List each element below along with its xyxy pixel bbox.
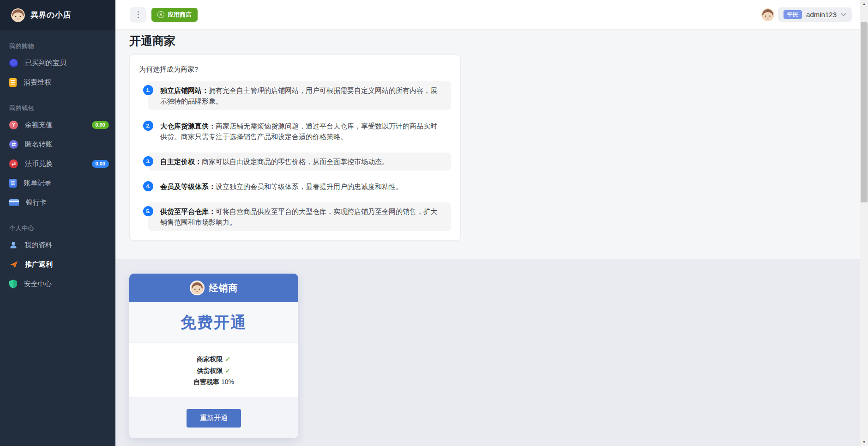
- benefit-title: 自主定价权：: [160, 158, 202, 165]
- shop-avatar: [11, 8, 25, 22]
- benefit-title: 大仓库货源直供：: [160, 122, 216, 130]
- plan-footer: 重新开通: [129, 397, 298, 438]
- plan-title: 经销商: [209, 282, 238, 294]
- benefit-title: 独立店铺网站：: [160, 86, 209, 94]
- sidebar-item-bank-card[interactable]: 银行卡: [0, 193, 115, 212]
- section-label: 个人中心: [0, 224, 115, 235]
- number-badge: 2.: [143, 121, 153, 131]
- sidebar-item-security-center[interactable]: 安全中心: [0, 274, 115, 293]
- fiat-exchange-icon: ⇄: [9, 159, 18, 168]
- plan-section: 经销商 免费开通 商家权限✓ 供货权限✓ 自营税率 10% 重新开通: [115, 259, 860, 446]
- benefit-item-4: 4. 会员及等级体系：设立独立的会员和等级体系，显著提升用户的忠诚度和粘性。: [148, 177, 451, 196]
- sidebar-item-purchased-goods[interactable]: 已买到的宝贝: [0, 53, 115, 73]
- reactivate-button[interactable]: 重新开通: [187, 409, 241, 428]
- shop-title: 異界の小店: [30, 10, 71, 20]
- section-label: 我的购物: [0, 42, 115, 53]
- nav-item-label: 匿名转账: [25, 140, 53, 149]
- kebab-menu-icon: ⋮: [134, 10, 142, 19]
- vertical-scrollbar[interactable]: ▲ ▼: [860, 0, 868, 446]
- sidebar-item-consumer-rights[interactable]: 消费维权: [0, 73, 115, 92]
- role-badge: 平民: [784, 10, 802, 19]
- benefit-desc: 设立独立的会员和等级体系，显著提升用户的忠诚度和粘性。: [216, 183, 403, 190]
- bank-card-icon: [9, 199, 19, 206]
- username: admin123: [806, 11, 837, 18]
- nav-item-label: 法币兑换: [25, 159, 53, 168]
- benefit-title: 供货至平台仓库：: [160, 208, 216, 215]
- dealer-plan-card: 经销商 免费开通 商家权限✓ 供货权限✓ 自营税率 10% 重新开通: [129, 274, 298, 438]
- tax-rate-value: 10%: [221, 378, 234, 385]
- feature-tax-rate: 自营税率 10%: [129, 378, 298, 386]
- nav-item-label: 余额充值: [25, 121, 53, 129]
- benefit-desc: 商家可以自由设定商品的零售价格，从而全面掌控市场动态。: [202, 158, 389, 165]
- dealer-avatar: [190, 281, 205, 295]
- nav-item-label: 账单记录: [24, 179, 51, 188]
- rights-doc-icon: [9, 78, 17, 87]
- kebab-menu-button[interactable]: ⋮: [130, 7, 146, 23]
- plan-header: 经销商: [129, 274, 298, 302]
- scrollbar-thumb[interactable]: [861, 22, 868, 202]
- transfer-icon: ⇄: [9, 140, 18, 149]
- number-badge: 5.: [143, 206, 153, 216]
- sidebar-item-promotion-rebate[interactable]: 推广返利: [0, 255, 115, 274]
- sidebar-item-balance-recharge[interactable]: ¥ 余额充值 0.00: [0, 115, 115, 134]
- fiat-badge: 0.00: [92, 160, 109, 168]
- nav-item-label: 已买到的宝贝: [25, 59, 66, 67]
- sidebar-section-wallet: 我的钱包 ¥ 余额充值 0.00 ⇄ 匿名转账 ⇄ 法币兑换 0.00 账单记录: [0, 92, 115, 212]
- user-avatar: [761, 8, 774, 21]
- section-label: 我的钱包: [0, 104, 115, 115]
- sidebar-section-shopping: 我的购物 已买到的宝贝 消费维权: [0, 30, 115, 92]
- promo-plane-icon: [9, 260, 18, 269]
- sidebar-logo[interactable]: 異界の小店: [0, 0, 115, 30]
- plan-features: 商家权限✓ 供货权限✓ 自营税率 10%: [129, 343, 298, 397]
- number-badge: 3.: [143, 156, 153, 166]
- recharge-coin-icon: ¥: [9, 121, 18, 129]
- chevron-down-icon: [841, 13, 846, 16]
- nav-item-label: 推广返利: [25, 260, 53, 269]
- benefit-item-2: 2. 大仓库货源直供：商家店铺无需烦恼货源问题，通过平台大仓库，享受数以万计的商…: [148, 117, 451, 146]
- treasure-face-icon: [9, 59, 18, 67]
- balance-badge: 0.00: [92, 121, 109, 129]
- top-header: ⋮ A 应用商店 平民 admin123: [115, 0, 860, 30]
- nav-item-label: 安全中心: [24, 280, 52, 288]
- sidebar-section-personal: 个人中心 我的资料 推广返利 安全中心: [0, 212, 115, 293]
- nav-item-label: 我的资料: [24, 241, 52, 250]
- scroll-down-arrow[interactable]: ▼: [860, 438, 868, 446]
- merchant-intro-section: 开通商家 为何选择成为商家? 1. 独立店铺网站：拥有完全自主管理的店铺网站，用…: [115, 30, 860, 259]
- scroll-up-arrow[interactable]: ▲: [860, 0, 868, 8]
- app-window: 異界の小店 我的购物 已买到的宝贝 消费维权 我的钱包 ¥ 余额充值 0.00 …: [0, 0, 868, 446]
- number-badge: 1.: [143, 85, 153, 95]
- nav-item-label: 消费维权: [24, 78, 51, 87]
- check-icon: ✓: [225, 355, 231, 363]
- nav-item-label: 银行卡: [26, 198, 47, 207]
- user-menu[interactable]: 平民 admin123: [761, 7, 852, 22]
- app-store-label: 应用商店: [168, 11, 192, 19]
- benefit-title: 会员及等级体系：: [160, 183, 216, 190]
- sidebar: 異界の小店 我的购物 已买到的宝贝 消费维权 我的钱包 ¥ 余额充值 0.00 …: [0, 0, 115, 446]
- app-store-icon: A: [157, 11, 164, 18]
- sidebar-item-my-profile[interactable]: 我的资料: [0, 235, 115, 255]
- benefit-item-5: 5. 供货至平台仓库：可将自营商品供应至平台的大型仓库，实现跨店铺乃至全网的销售…: [148, 202, 451, 231]
- page-title: 开通商家: [129, 34, 860, 47]
- app-store-button[interactable]: A 应用商店: [151, 8, 198, 22]
- plan-price: 免费开通: [129, 302, 298, 343]
- number-badge: 4.: [143, 181, 153, 191]
- user-pill: 平民 admin123: [778, 7, 852, 22]
- check-icon: ✓: [225, 367, 231, 374]
- feature-merchant-permission: 商家权限✓: [129, 355, 298, 364]
- benefit-item-3: 3. 自主定价权：商家可以自由设定商品的零售价格，从而全面掌控市场动态。: [148, 153, 451, 171]
- profile-person-icon: [9, 241, 18, 249]
- main-area: ⋮ A 应用商店 平民 admin123 开通商家 为何选择成为商家?: [115, 0, 860, 446]
- security-shield-icon: [9, 280, 17, 288]
- sidebar-item-fiat-exchange[interactable]: ⇄ 法币兑换 0.00: [0, 154, 115, 173]
- benefit-item-1: 1. 独立店铺网站：拥有完全自主管理的店铺网站，用户可根据需要自定义网站的所有内…: [148, 81, 451, 110]
- why-merchant-card: 为何选择成为商家? 1. 独立店铺网站：拥有完全自主管理的店铺网站，用户可根据需…: [129, 55, 461, 241]
- why-question: 为何选择成为商家?: [139, 65, 451, 74]
- bill-doc-icon: [9, 179, 17, 188]
- feature-supply-permission: 供货权限✓: [129, 367, 298, 375]
- sidebar-item-anonymous-transfer[interactable]: ⇄ 匿名转账: [0, 134, 115, 154]
- sidebar-item-bill-records[interactable]: 账单记录: [0, 173, 115, 193]
